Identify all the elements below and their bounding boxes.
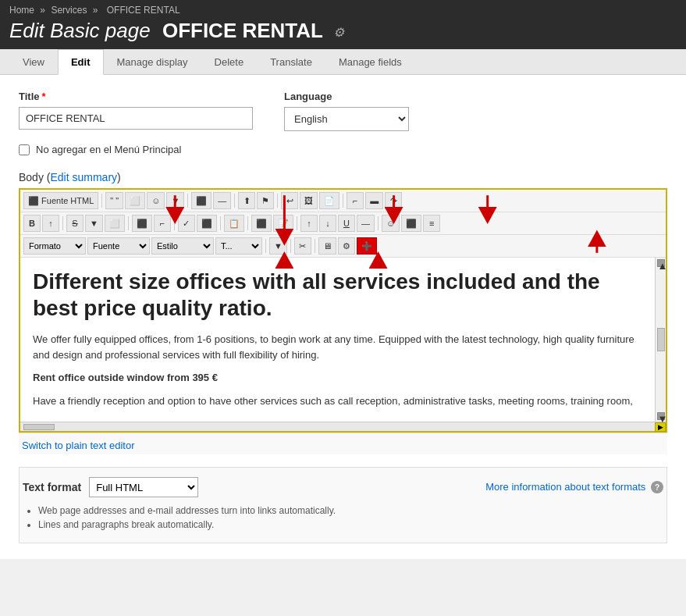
scroll-down-btn[interactable]: ▼ <box>657 412 665 420</box>
title-language-row: Title* Language English <box>19 91 667 131</box>
quote-btn[interactable]: " " <box>105 192 123 209</box>
scroll-thumb[interactable] <box>657 328 665 351</box>
rect-btn[interactable]: ▬ <box>365 192 383 209</box>
title-label: Title* <box>19 91 253 102</box>
sep <box>378 216 379 230</box>
flag-btn[interactable]: ⚑ <box>257 192 274 209</box>
tab-translate[interactable]: Translate <box>257 49 325 75</box>
body-label: Body (Edit summary) <box>19 171 667 183</box>
angle-btn[interactable]: ⌐ <box>347 192 364 209</box>
switch-container: Switch to plain text editor <box>19 433 667 454</box>
arr-dn-btn[interactable]: ↓ <box>319 215 336 232</box>
block-btn[interactable]: ⬛ <box>191 192 211 209</box>
scrollbar[interactable]: ▲ ▼ <box>655 258 666 422</box>
h-scroll-thumb[interactable] <box>23 424 55 430</box>
plus-btn[interactable]: ➕ <box>357 237 377 255</box>
sep <box>247 216 248 230</box>
menu-checkbox[interactable] <box>19 144 30 155</box>
size-select[interactable]: T... <box>215 237 262 255</box>
edit-btn[interactable]: 📝 <box>273 215 293 232</box>
redo-btn[interactable]: ↷ <box>385 192 402 209</box>
language-label: Language <box>284 91 409 102</box>
scroll-up-btn[interactable]: ▲ <box>657 259 665 267</box>
tab-manage-display[interactable]: Manage display <box>104 49 201 75</box>
breadcrumb-home[interactable]: Home <box>9 5 34 16</box>
page-break-btn[interactable]: ⬜ <box>125 192 145 209</box>
up-btn[interactable]: ⬆ <box>238 192 255 209</box>
doc-btn[interactable]: 📄 <box>319 192 339 209</box>
white-btn[interactable]: ⬜ <box>105 215 125 232</box>
bold-btn[interactable]: B <box>23 215 41 232</box>
dd-btn3[interactable]: ▼ <box>269 237 287 255</box>
text-format-select[interactable]: Full HTML <box>89 477 198 497</box>
sep <box>174 216 175 230</box>
lines-btn[interactable]: ≡ <box>423 215 440 232</box>
editor-para1: We offer fully equipped offices, from 1-… <box>33 332 642 362</box>
required-star: * <box>42 91 46 102</box>
line-btn[interactable]: — <box>357 215 375 232</box>
format-hint-2: Lines and paragraphs break automatically… <box>38 519 663 530</box>
source-button[interactable]: ⬛ Fuente HTML <box>23 192 98 209</box>
editor-outer: ⬛ Fuente HTML " " ⬜ ☺ ▼ ⬛ — ⬆ ⚑ ↩ 🖼 📄 ⌐ … <box>19 188 667 433</box>
underline-btn[interactable]: U <box>338 215 355 232</box>
tab-manage-fields[interactable]: Manage fields <box>325 49 415 75</box>
h-scrollbar[interactable]: ▶ <box>20 422 666 431</box>
sep <box>343 194 343 208</box>
blk3-btn[interactable]: ⬛ <box>197 215 217 232</box>
sep <box>265 239 266 253</box>
breadcrumb-services[interactable]: Services <box>51 5 87 16</box>
blk2-btn[interactable]: ⬛ <box>132 215 152 232</box>
switch-plain-text-link[interactable]: Switch to plain text editor <box>19 433 667 454</box>
title-input[interactable] <box>19 107 253 130</box>
blk5-btn[interactable]: ⬛ <box>401 215 421 232</box>
language-field-group: Language English <box>284 91 409 131</box>
sep <box>277 194 278 208</box>
arr-up-btn[interactable]: ↑ <box>300 215 318 232</box>
tab-view[interactable]: View <box>9 49 58 75</box>
editor-body: Different size offices with all services… <box>20 258 666 422</box>
breadcrumb-current: OFFICE RENTAL <box>107 5 180 16</box>
angle2-btn[interactable]: ⌐ <box>154 215 171 232</box>
sep <box>187 194 188 208</box>
toolbar-row-1: ⬛ Fuente HTML " " ⬜ ☺ ▼ ⬛ — ⬆ ⚑ ↩ 🖼 📄 ⌐ … <box>20 190 666 212</box>
dd-btn2[interactable]: ▼ <box>85 215 103 232</box>
image-btn[interactable]: 🖼 <box>300 192 318 209</box>
help-icon[interactable]: ? <box>651 481 663 493</box>
emoji-btn[interactable]: ☺ <box>147 192 165 209</box>
text-format-row: Text format Full HTML More information a… <box>23 477 663 497</box>
tabs-bar: View Edit Manage display Delete Translat… <box>0 49 686 75</box>
tab-edit[interactable]: Edit <box>58 49 104 75</box>
blk4-btn[interactable]: ⬛ <box>251 215 272 232</box>
style-select[interactable]: Estilo <box>151 237 214 255</box>
checkbox-row: No agregar en el Menú Principal <box>19 144 667 155</box>
monitor-btn[interactable]: 🖥 <box>318 237 336 255</box>
strike-btn[interactable]: S <box>66 215 84 232</box>
main-content: Title* Language English No agregar en el… <box>0 75 686 559</box>
sep <box>290 239 291 253</box>
editor-para3: Have a friendly reception and option to … <box>33 393 642 409</box>
format-select[interactable]: Formato <box>23 237 86 255</box>
language-select[interactable]: English <box>284 107 409 131</box>
sep <box>220 216 221 230</box>
cut-btn[interactable]: ✂ <box>294 237 311 255</box>
font-select[interactable]: Fuente <box>87 237 150 255</box>
sep <box>62 216 63 230</box>
editor-content-area[interactable]: Different size offices with all services… <box>20 258 655 422</box>
edit-summary-link[interactable]: Edit summary <box>50 171 117 183</box>
dash-btn[interactable]: — <box>213 192 231 209</box>
tab-delete[interactable]: Delete <box>201 49 258 75</box>
clipboard-btn[interactable]: 📋 <box>224 215 244 232</box>
toolbar-row-3: Formato Fuente Estilo T... ▼ ✂ 🖥 ⚙ ➕ <box>20 235 666 258</box>
undo-btn[interactable]: ↩ <box>281 192 298 209</box>
checkbox-label: No agregar en el Menú Principal <box>36 144 181 155</box>
sup-btn[interactable]: ↑ <box>42 215 59 232</box>
breadcrumb: Home » Services » OFFICE RENTAL <box>9 5 677 16</box>
dropdown-btn1[interactable]: ▼ <box>166 192 184 209</box>
emoji2-btn[interactable]: ☺ <box>382 215 400 232</box>
gear-btn[interactable]: ⚙ <box>338 237 355 255</box>
page-title: Edit Basic page OFFICE RENTAL ⚙ <box>9 19 677 43</box>
more-info-link[interactable]: More information about text formats <box>485 481 645 493</box>
settings-icon[interactable]: ⚙ <box>333 26 344 39</box>
text-format-section: Text format Full HTML More information a… <box>19 467 667 543</box>
check-btn[interactable]: ✓ <box>178 215 195 232</box>
